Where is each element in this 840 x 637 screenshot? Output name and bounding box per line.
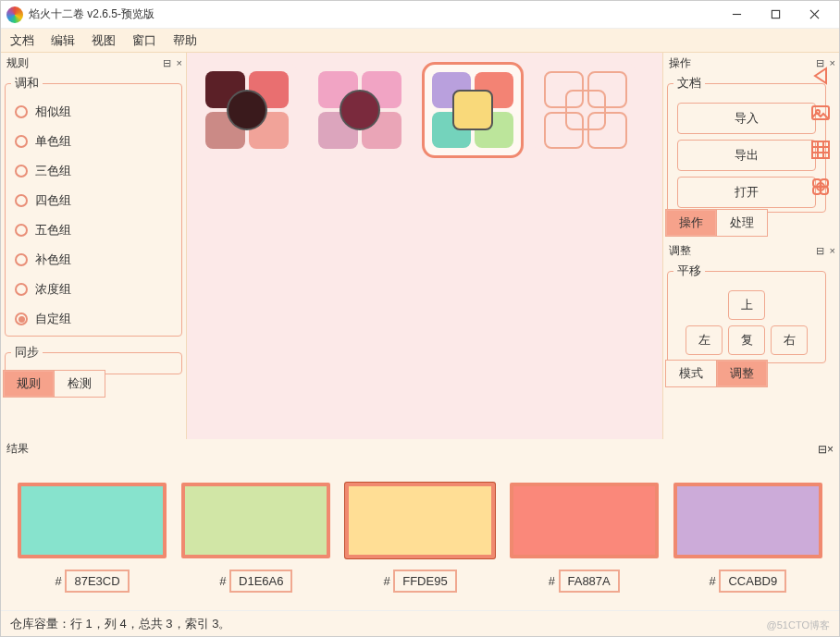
harmony-option-label: 自定组 [35,311,71,327]
close-icon[interactable]: × [827,443,834,456]
close-icon[interactable]: × [830,245,835,256]
status-bar: 仓库容量：行 1，列 4，总共 3，索引 3。 [1,610,839,636]
results-panel: 结果 ⊟ × # 87E3CD# D1E6A6# FFDE95# FA887A#… [1,439,839,610]
watermark: @51CTO博客 [767,619,830,632]
tab-detect[interactable]: 检测 [55,370,105,398]
translate-legend: 平移 [673,263,705,279]
menu-window[interactable]: 窗口 [132,32,156,49]
harmony-option-label: 五色组 [35,222,71,239]
swatch-color [345,483,494,558]
harmony-option-label: 单色组 [35,133,71,150]
pin-icon[interactable]: ⊟ [818,443,827,456]
result-swatch[interactable]: # D1E6A6 [181,483,330,593]
radio-icon [15,253,28,266]
tab-process[interactable]: 处理 [717,209,768,237]
palette-thumbnail[interactable] [535,62,636,158]
result-swatch[interactable]: # FA887A [510,483,659,593]
radio-icon [15,165,28,178]
harmony-option[interactable]: 五色组 [11,215,176,245]
harmony-option-label: 补色组 [35,251,71,268]
hex-input[interactable]: FFDE95 [393,570,456,593]
move-up-button[interactable]: 上 [728,290,765,320]
sync-legend: 同步 [11,344,43,361]
harmony-option-label: 三色组 [35,163,71,179]
minimize-button[interactable] [717,1,756,29]
palette-thumbnail[interactable] [309,62,411,158]
harmony-option-label: 四色组 [35,192,71,209]
import-button[interactable]: 导入 [677,103,816,134]
titlebar: 焰火十二卷 v2.6.5-预览版 [1,1,839,29]
maximize-button[interactable] [756,1,795,29]
harmony-option[interactable]: 单色组 [11,127,176,156]
status-text: 仓库容量：行 1，列 4，总共 3，索引 3。 [10,616,230,632]
svg-rect-7 [812,141,829,158]
menu-help[interactable]: 帮助 [173,32,197,49]
menu-edit[interactable]: 编辑 [51,32,75,49]
palette-thumbnail[interactable] [422,62,524,158]
tab-rules[interactable]: 规则 [3,370,55,398]
move-right-button[interactable]: 右 [771,325,808,355]
swatch-color [18,483,167,558]
ops-tabs: 操作 处理 [665,209,839,237]
menubar: 文档 编辑 视图 窗口 帮助 [1,29,839,53]
pin-icon[interactable]: ⊟ [163,57,171,69]
radio-icon [15,105,28,118]
radio-icon [15,312,28,325]
ops-doc-legend: 文档 [673,75,705,92]
swatch-color [673,483,822,558]
swatch-color [510,483,659,558]
radio-icon [15,224,28,237]
hex-input[interactable]: CCABD9 [719,570,786,593]
hex-prefix: # [56,574,66,588]
svg-rect-1 [772,10,779,18]
result-swatch[interactable]: # FFDE95 [345,483,494,593]
harmony-legend: 调和 [11,75,43,92]
harmony-option[interactable]: 自定组 [11,304,176,334]
adjust-tabs: 模式 调整 [665,360,839,387]
grid-icon[interactable] [807,136,834,164]
harmony-option[interactable]: 浓度组 [11,275,176,304]
close-icon[interactable]: × [177,57,182,68]
result-swatch[interactable]: # CCABD9 [673,483,822,593]
pin-icon[interactable]: ⊟ [816,245,824,257]
export-button[interactable]: 导出 [677,140,816,171]
radio-icon [15,194,28,207]
results-title: 结果 [6,441,818,457]
harmony-option-label: 相似组 [35,104,71,120]
reset-button[interactable]: 复 [728,325,765,355]
open-button[interactable]: 打开 [677,177,816,208]
hex-input[interactable]: 87E3CD [65,570,129,593]
image-icon[interactable] [807,99,834,127]
harmony-option[interactable]: 三色组 [11,156,176,186]
hex-prefix: # [710,574,720,588]
harmony-option-label: 浓度组 [35,281,71,298]
radio-icon [15,283,28,296]
ops-panel-title: 操作 [669,55,810,71]
result-swatch[interactable]: # 87E3CD [18,483,167,593]
harmony-option[interactable]: 补色组 [11,245,176,275]
harmony-group: 调和 相似组单色组三色组四色组五色组补色组浓度组自定组 [5,75,182,337]
svg-marker-4 [815,68,826,83]
tab-mode[interactable]: 模式 [665,360,717,387]
tab-ops[interactable]: 操作 [665,209,717,237]
harmony-option[interactable]: 相似组 [11,97,176,127]
tab-adjust[interactable]: 调整 [717,360,768,387]
rules-panel-title: 规则 [6,55,157,71]
hex-prefix: # [549,574,559,588]
move-left-button[interactable]: 左 [686,325,723,355]
menu-view[interactable]: 视图 [92,32,116,49]
translate-group: 平移 上 左 复 右 [667,263,826,363]
hex-input[interactable]: FA887A [559,570,620,593]
palette-thumbnail[interactable] [196,62,298,158]
hex-input[interactable]: D1E6A6 [229,570,292,593]
menu-file[interactable]: 文档 [10,32,34,49]
swatch-color [181,483,330,558]
app-icon [6,6,23,23]
hex-prefix: # [219,574,229,588]
close-button[interactable] [795,1,834,29]
back-icon[interactable] [807,62,834,90]
tool-iconbar [802,56,839,201]
radio-icon [15,135,28,148]
palette-icon[interactable] [807,173,834,201]
harmony-option[interactable]: 四色组 [11,186,176,215]
